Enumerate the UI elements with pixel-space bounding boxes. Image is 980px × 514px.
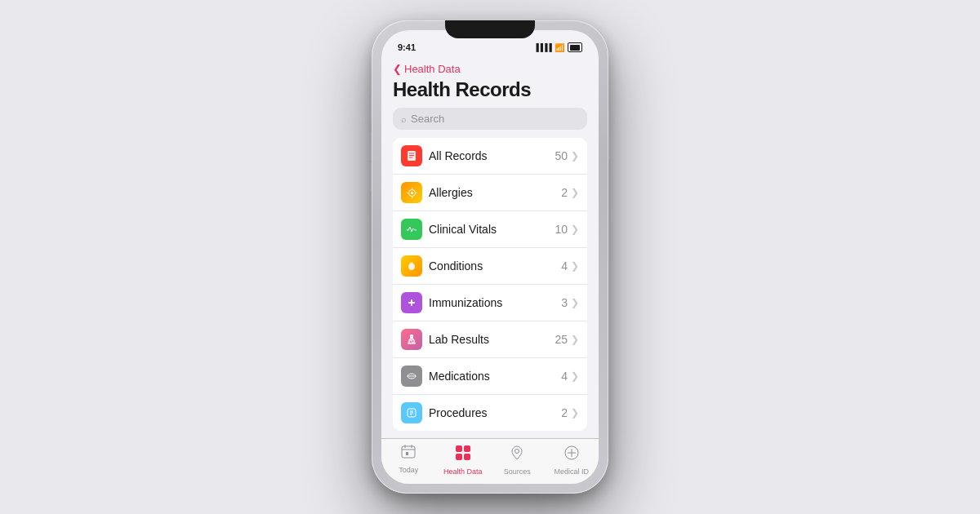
allergies-chevron: ❯	[571, 187, 579, 198]
today-label: Today	[399, 466, 418, 474]
lab-results-icon	[401, 329, 422, 350]
phone-screen: 9:41 ▐▐▐▐ 📶 ❮ Health Data Health Recor	[381, 30, 599, 484]
lab-results-count: 25	[555, 333, 568, 346]
list-item-medications[interactable]: Medications 4 ❯	[393, 358, 587, 395]
immunizations-count: 3	[561, 296, 568, 309]
scroll-area[interactable]: ❮ Health Data Health Records ⌕ Search	[381, 60, 599, 438]
all-records-count: 50	[555, 149, 568, 162]
health-data-label: Health Data	[443, 467, 483, 476]
immunizations-icon	[401, 292, 422, 313]
svg-rect-28	[456, 454, 462, 460]
tab-medical-id[interactable]: Medical ID	[545, 444, 599, 476]
medications-chevron: ❯	[571, 370, 579, 382]
phone-shell: 9:41 ▐▐▐▐ 📶 ❮ Health Data Health Recor	[372, 20, 608, 494]
svg-rect-12	[410, 335, 413, 339]
list-item-conditions[interactable]: Conditions 4 ❯	[393, 248, 587, 285]
medications-label: Medications	[429, 370, 561, 383]
tab-sources[interactable]: Sources	[490, 444, 545, 476]
list-item-clinical-vitals[interactable]: Clinical Vitals 10 ❯	[393, 211, 587, 248]
list-item-procedures[interactable]: Procedures 2 ❯	[393, 395, 587, 431]
all-records-icon	[401, 145, 422, 166]
list-item-all-records[interactable]: All Records 50 ❯	[393, 138, 587, 175]
svg-rect-29	[464, 454, 470, 460]
battery-icon	[568, 42, 582, 52]
conditions-icon	[401, 255, 422, 277]
conditions-chevron: ❯	[571, 260, 579, 272]
conditions-count: 4	[561, 259, 568, 273]
svg-rect-21	[402, 446, 415, 458]
conditions-label: Conditions	[429, 259, 561, 273]
lab-results-label: Lab Results	[429, 333, 555, 346]
all-records-label: All Records	[429, 149, 555, 162]
svg-point-13	[410, 341, 412, 343]
records-list: All Records 50 ❯	[393, 138, 587, 431]
sources-icon	[508, 444, 526, 466]
svg-point-30	[515, 450, 519, 454]
procedures-chevron: ❯	[571, 407, 579, 419]
tab-health-data[interactable]: Health Data	[436, 444, 491, 476]
procedures-label: Procedures	[429, 406, 561, 419]
notch	[445, 20, 535, 38]
medications-icon	[401, 366, 422, 387]
status-icons: ▐▐▐▐ 📶	[533, 42, 582, 52]
sources-label: Sources	[504, 467, 531, 476]
list-item-lab-results[interactable]: Lab Results 25 ❯	[393, 321, 587, 358]
phone-device: 9:41 ▐▐▐▐ 📶 ❮ Health Data Health Recor	[372, 20, 608, 494]
immunizations-chevron: ❯	[571, 297, 579, 308]
all-records-chevron: ❯	[571, 150, 579, 162]
medical-id-icon	[563, 444, 581, 466]
search-bar[interactable]: ⌕ Search	[393, 108, 587, 130]
svg-rect-25	[406, 452, 408, 455]
clinical-vitals-chevron: ❯	[571, 224, 579, 235]
today-icon	[400, 444, 416, 464]
medical-id-label: Medical ID	[554, 467, 589, 476]
svg-rect-11	[408, 302, 415, 304]
clinical-vitals-icon	[401, 219, 422, 240]
lab-results-chevron: ❯	[571, 334, 579, 345]
clinical-vitals-label: Clinical Vitals	[429, 223, 555, 236]
svg-rect-27	[464, 445, 470, 452]
svg-point-14	[412, 340, 414, 342]
immunizations-label: Immunizations	[429, 296, 561, 309]
allergies-count: 2	[561, 186, 568, 199]
list-item-immunizations[interactable]: Immunizations 3 ❯	[393, 285, 587, 321]
wifi-icon: 📶	[555, 43, 564, 52]
search-placeholder: Search	[411, 113, 444, 125]
tab-today[interactable]: Today	[381, 444, 436, 476]
back-label[interactable]: Health Data	[404, 63, 461, 75]
back-chevron-icon: ❮	[393, 63, 402, 75]
procedures-count: 2	[561, 406, 568, 419]
medications-count: 4	[561, 370, 568, 383]
back-nav[interactable]: ❮ Health Data	[381, 60, 599, 77]
tab-bar: Today Health Data	[381, 438, 599, 484]
status-time: 9:41	[398, 42, 416, 52]
search-icon: ⌕	[401, 114, 407, 124]
clinical-vitals-count: 10	[555, 223, 568, 236]
page-title: Health Records	[381, 77, 599, 108]
allergies-icon	[401, 182, 422, 203]
svg-point-9	[411, 192, 413, 194]
health-data-icon	[454, 444, 472, 466]
list-item-allergies[interactable]: Allergies 2 ❯	[393, 175, 587, 211]
procedures-icon	[401, 402, 422, 423]
svg-rect-26	[456, 445, 462, 452]
signal-icon: ▐▐▐▐	[533, 43, 551, 51]
allergies-label: Allergies	[429, 186, 561, 199]
